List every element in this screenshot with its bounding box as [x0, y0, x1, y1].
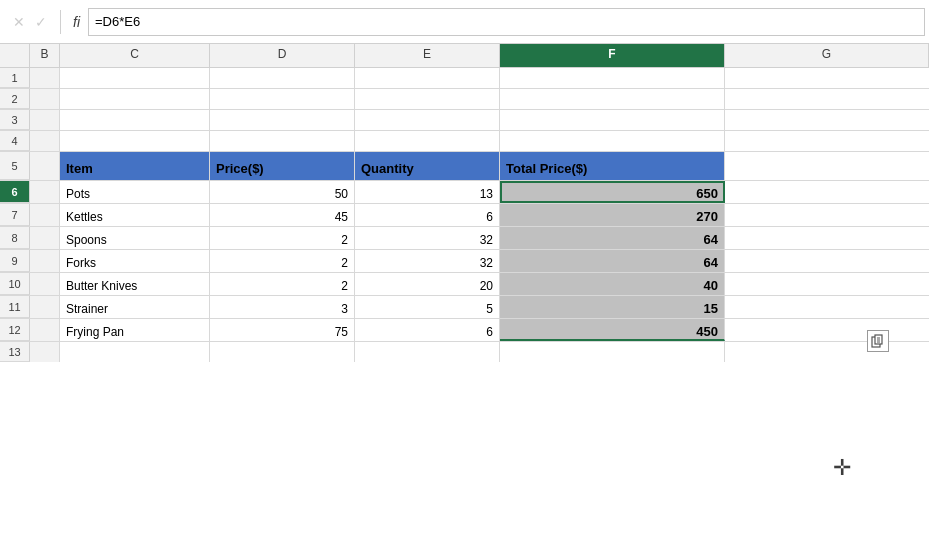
cell-d9[interactable]: 2	[210, 250, 355, 272]
cell-g13[interactable]	[725, 342, 929, 362]
cell-f7[interactable]: 270	[500, 204, 725, 226]
cell-b12[interactable]	[30, 319, 60, 341]
cell-c6[interactable]: Pots	[60, 181, 210, 203]
confirm-icon[interactable]: ✓	[32, 14, 50, 30]
cell-b7[interactable]	[30, 204, 60, 226]
col-header-f[interactable]: F	[500, 44, 725, 67]
col-header-c[interactable]: C	[60, 44, 210, 67]
cell-e10[interactable]: 20	[355, 273, 500, 295]
cell-b5[interactable]	[30, 152, 60, 180]
cell-e2[interactable]	[355, 89, 500, 109]
cell-c12[interactable]: Frying Pan	[60, 319, 210, 341]
cell-e4[interactable]	[355, 131, 500, 151]
row-num-10: 10	[0, 273, 30, 295]
cell-e5-header[interactable]: Quantity	[355, 152, 500, 180]
col-header-e[interactable]: E	[355, 44, 500, 67]
cell-f13[interactable]	[500, 342, 725, 362]
cell-g7[interactable]	[725, 204, 929, 226]
spreadsheet-grid: B C D E F G 1 2 3	[0, 44, 929, 362]
cell-c7[interactable]: Kettles	[60, 204, 210, 226]
cell-d4[interactable]	[210, 131, 355, 151]
cell-e7[interactable]: 6	[355, 204, 500, 226]
cell-c10[interactable]: Butter Knives	[60, 273, 210, 295]
cell-c1[interactable]	[60, 68, 210, 88]
cell-g10[interactable]	[725, 273, 929, 295]
cell-b9[interactable]	[30, 250, 60, 272]
row-num-6: 6	[0, 181, 30, 203]
cell-g6[interactable]	[725, 181, 929, 203]
row-num-11: 11	[0, 296, 30, 318]
cell-d5-header[interactable]: Price($)	[210, 152, 355, 180]
cell-g2[interactable]	[725, 89, 929, 109]
cell-b10[interactable]	[30, 273, 60, 295]
row-num-7: 7	[0, 204, 30, 226]
cell-b11[interactable]	[30, 296, 60, 318]
cell-d11[interactable]: 3	[210, 296, 355, 318]
cell-b3[interactable]	[30, 110, 60, 130]
cell-c13[interactable]	[60, 342, 210, 362]
cell-e8[interactable]: 32	[355, 227, 500, 249]
row-num-12: 12	[0, 319, 30, 341]
cell-g9[interactable]	[725, 250, 929, 272]
cell-d3[interactable]	[210, 110, 355, 130]
cell-e11[interactable]: 5	[355, 296, 500, 318]
cell-b13[interactable]	[30, 342, 60, 362]
cancel-icon[interactable]: ✕	[10, 14, 28, 30]
cell-g12[interactable]	[725, 319, 929, 341]
col-header-rownum	[0, 44, 30, 67]
cell-g1[interactable]	[725, 68, 929, 88]
cell-b8[interactable]	[30, 227, 60, 249]
cell-d8[interactable]: 2	[210, 227, 355, 249]
cell-c2[interactable]	[60, 89, 210, 109]
cell-c4[interactable]	[60, 131, 210, 151]
cell-c5-header[interactable]: Item	[60, 152, 210, 180]
resize-cursor: ✛	[833, 455, 851, 481]
cell-f10[interactable]: 40	[500, 273, 725, 295]
cell-c3[interactable]	[60, 110, 210, 130]
cell-f5-header[interactable]: Total Price($)	[500, 152, 725, 180]
cell-f1[interactable]	[500, 68, 725, 88]
cell-f11[interactable]: 15	[500, 296, 725, 318]
cell-b6[interactable]	[30, 181, 60, 203]
cell-g11[interactable]	[725, 296, 929, 318]
row-4: 4	[0, 131, 929, 152]
cell-e6[interactable]: 13	[355, 181, 500, 203]
row-1: 1	[0, 68, 929, 89]
cell-g4[interactable]	[725, 131, 929, 151]
cell-c9[interactable]: Forks	[60, 250, 210, 272]
cell-g5[interactable]	[725, 152, 929, 180]
cell-f12[interactable]: 450	[500, 319, 725, 341]
cell-d7[interactable]: 45	[210, 204, 355, 226]
cell-d13[interactable]	[210, 342, 355, 362]
row-10: 10 Butter Knives 2 20 40	[0, 273, 929, 296]
cell-g8[interactable]	[725, 227, 929, 249]
cell-g3[interactable]	[725, 110, 929, 130]
formula-input[interactable]	[88, 8, 925, 36]
cell-d1[interactable]	[210, 68, 355, 88]
col-header-d[interactable]: D	[210, 44, 355, 67]
paste-icon[interactable]	[867, 330, 889, 352]
cell-f8[interactable]: 64	[500, 227, 725, 249]
cell-f6[interactable]: 650	[500, 181, 725, 203]
cell-d6[interactable]: 50	[210, 181, 355, 203]
cell-d12[interactable]: 75	[210, 319, 355, 341]
col-header-b[interactable]: B	[30, 44, 60, 67]
cell-e13[interactable]	[355, 342, 500, 362]
cell-e1[interactable]	[355, 68, 500, 88]
row-num-4: 4	[0, 131, 30, 151]
cell-b4[interactable]	[30, 131, 60, 151]
cell-f4[interactable]	[500, 131, 725, 151]
cell-e3[interactable]	[355, 110, 500, 130]
cell-b1[interactable]	[30, 68, 60, 88]
cell-d10[interactable]: 2	[210, 273, 355, 295]
cell-b2[interactable]	[30, 89, 60, 109]
cell-e12[interactable]: 6	[355, 319, 500, 341]
cell-c8[interactable]: Spoons	[60, 227, 210, 249]
cell-f3[interactable]	[500, 110, 725, 130]
col-header-g[interactable]: G	[725, 44, 929, 67]
cell-d2[interactable]	[210, 89, 355, 109]
cell-f2[interactable]	[500, 89, 725, 109]
cell-c11[interactable]: Strainer	[60, 296, 210, 318]
cell-f9[interactable]: 64	[500, 250, 725, 272]
cell-e9[interactable]: 32	[355, 250, 500, 272]
